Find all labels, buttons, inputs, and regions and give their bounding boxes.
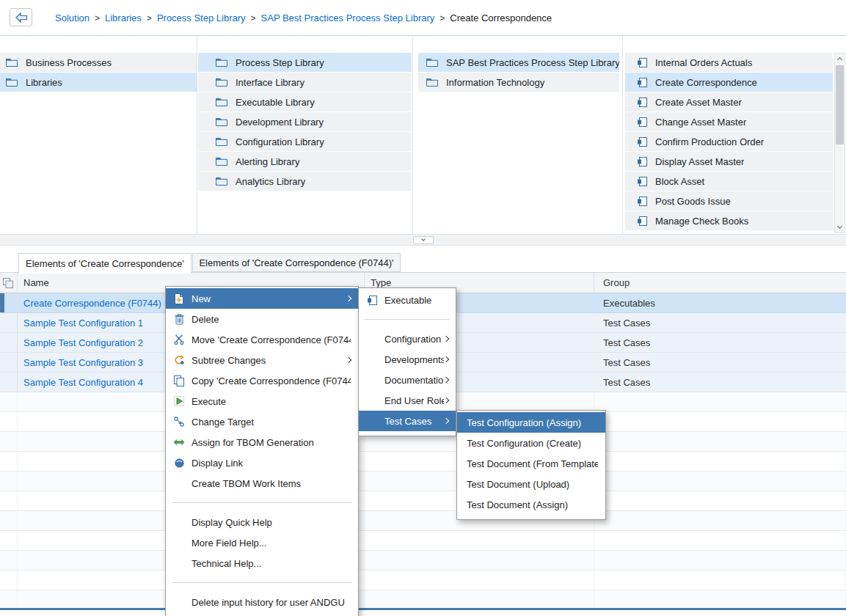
new-submenu: Executable Configuration Developments Do… bbox=[358, 287, 456, 436]
menu-item-label: Execute bbox=[192, 396, 351, 407]
submenu-item-documentation[interactable]: Documentation bbox=[359, 370, 456, 390]
submenu-item-test-document-assign[interactable]: Test Document (Assign) bbox=[457, 494, 605, 515]
empty-row bbox=[0, 571, 846, 590]
row-name-link[interactable]: Sample Test Configuration 2 bbox=[23, 337, 143, 348]
menu-item-delete-input-history[interactable]: Delete input history for user ANDGU bbox=[166, 592, 358, 612]
menu-item-label: End User Roles bbox=[384, 395, 444, 406]
submenu-item-configuration[interactable]: Configuration bbox=[359, 329, 456, 349]
breadcrumb-process-step-library[interactable]: Process Step Library bbox=[157, 12, 246, 23]
scrollbar-thumb[interactable] bbox=[836, 65, 844, 144]
scroll-down-button[interactable] bbox=[835, 221, 845, 232]
step-item-internal-orders-actuals[interactable]: Internal Orders Actuals bbox=[625, 53, 833, 73]
step-item-label: Create Correspondence bbox=[655, 77, 757, 88]
step-item-display-asset-master[interactable]: Display Asset Master bbox=[625, 152, 833, 172]
column-divider bbox=[622, 37, 623, 234]
menu-item-subtree-changes[interactable]: Subtree Changes bbox=[166, 350, 358, 370]
menu-item-label: Executable bbox=[384, 295, 448, 306]
menu-item-display-link[interactable]: Display Link bbox=[166, 452, 358, 473]
breadcrumb-libraries[interactable]: Libraries bbox=[105, 12, 142, 23]
step-item-label: Display Asset Master bbox=[655, 156, 744, 167]
scissors-icon bbox=[172, 334, 186, 345]
menu-item-label: Test Document (Assign) bbox=[467, 499, 598, 510]
menu-item-display-quick-help[interactable]: Display Quick Help bbox=[166, 512, 358, 532]
menu-item-change-target[interactable]: Change Target bbox=[166, 411, 358, 432]
row-selector[interactable] bbox=[0, 313, 18, 332]
menu-item-label: Configuration bbox=[384, 334, 444, 345]
tab-elements-of-create-correspondence[interactable]: Elements of 'Create Correspondence' bbox=[18, 253, 192, 274]
step-item-manage-check-books[interactable]: Manage Check Books bbox=[625, 211, 833, 231]
row-name-link[interactable]: Sample Test Configuration 1 bbox=[23, 318, 143, 329]
menu-item-label: Test Configuration (Create) bbox=[467, 438, 598, 449]
submenu-item-end-user-roles[interactable]: End User Roles bbox=[359, 390, 456, 411]
submenu-item-executable[interactable]: Executable bbox=[359, 290, 456, 310]
folder-icon bbox=[6, 58, 18, 67]
submenu-item-developments[interactable]: Developments bbox=[359, 349, 456, 370]
tree-item-information-technology[interactable]: Information Technology bbox=[418, 73, 619, 92]
row-name-link[interactable]: Sample Test Configuration 3 bbox=[23, 357, 143, 368]
copy-icon bbox=[172, 375, 186, 386]
back-arrow-icon bbox=[15, 12, 28, 23]
tree-item-interface-library[interactable]: Interface Library bbox=[198, 73, 412, 92]
subtree-changes-icon bbox=[172, 355, 186, 365]
tree-item-sap-best-practices[interactable]: SAP Best Practices Process Step Library bbox=[418, 53, 619, 73]
folder-icon bbox=[426, 58, 438, 67]
menu-item-label: Test Document (Upload) bbox=[467, 479, 598, 490]
menu-item-new[interactable]: New bbox=[166, 288, 358, 309]
executable-icon bbox=[638, 98, 647, 107]
breadcrumb-solution[interactable]: Solution bbox=[55, 12, 90, 23]
step-item-change-asset-master[interactable]: Change Asset Master bbox=[625, 112, 833, 132]
tab-elements-of-create-correspondence-f0744[interactable]: Elements of 'Create Correspondence (F074… bbox=[192, 253, 401, 272]
scroll-up-button[interactable] bbox=[835, 54, 845, 65]
step-item-label: Block Asset bbox=[655, 176, 704, 187]
menu-item-move[interactable]: Move 'Create Correspondence (F0744)' bbox=[166, 329, 358, 350]
folder-icon bbox=[216, 58, 227, 67]
row-selector[interactable] bbox=[0, 293, 18, 312]
tree-item-analytics-library[interactable]: Analytics Library bbox=[198, 172, 412, 191]
step-item-create-asset-master[interactable]: Create Asset Master bbox=[625, 92, 833, 112]
tree-item-business-processes[interactable]: Business Processes bbox=[0, 53, 197, 73]
menu-item-copy[interactable]: Copy 'Create Correspondence (F0744)' bbox=[166, 370, 358, 391]
row-name-link[interactable]: Sample Test Configuration 4 bbox=[23, 377, 143, 388]
menu-item-assign-for-tbom-generation[interactable]: Assign for TBOM Generation bbox=[166, 432, 358, 452]
breadcrumb-separator: > bbox=[95, 13, 100, 23]
row-selector[interactable] bbox=[0, 353, 18, 372]
menu-item-label: More Field Help... bbox=[192, 538, 351, 549]
submenu-item-test-cases[interactable]: Test Cases bbox=[359, 411, 456, 431]
menu-item-execute[interactable]: Execute bbox=[166, 391, 358, 411]
select-all-header[interactable] bbox=[0, 273, 18, 293]
menu-item-delete[interactable]: Delete bbox=[166, 309, 358, 329]
submenu-item-test-configuration-assign[interactable]: Test Configuration (Assign) bbox=[457, 412, 605, 433]
back-button[interactable] bbox=[10, 8, 32, 26]
menu-item-technical-help[interactable]: Technical Help... bbox=[166, 553, 358, 573]
scrollbar[interactable] bbox=[834, 53, 845, 233]
step-item-post-goods-issue[interactable]: Post Goods Issue bbox=[625, 191, 833, 211]
column-header-group[interactable]: Group bbox=[594, 273, 846, 293]
menu-item-label: Display Quick Help bbox=[192, 517, 351, 528]
submenu-item-test-configuration-create[interactable]: Test Configuration (Create) bbox=[457, 433, 605, 453]
menu-item-create-tbom-work-items[interactable]: Create TBOM Work Items bbox=[166, 473, 358, 494]
breadcrumb-sap-best-practices[interactable]: SAP Best Practices Process Step Library bbox=[261, 12, 435, 23]
step-item-confirm-production-order[interactable]: Confirm Production Order bbox=[625, 132, 833, 152]
tree-item-alerting-library[interactable]: Alerting Library bbox=[198, 152, 412, 172]
executable-icon bbox=[638, 216, 647, 226]
submenu-item-test-document-upload[interactable]: Test Document (Upload) bbox=[457, 474, 605, 494]
row-selector[interactable] bbox=[0, 373, 18, 392]
step-item-create-correspondence[interactable]: Create Correspondence bbox=[625, 73, 833, 92]
tree-item-configuration-library[interactable]: Configuration Library bbox=[198, 132, 412, 152]
executable-icon bbox=[638, 137, 647, 147]
tree-item-process-step-library[interactable]: Process Step Library bbox=[198, 53, 412, 73]
splitter-bar[interactable] bbox=[0, 234, 846, 246]
empty-row bbox=[0, 590, 846, 610]
submenu-item-test-document-from-template[interactable]: Test Document (From Template) bbox=[457, 453, 605, 474]
collapse-panel-button[interactable] bbox=[413, 236, 434, 244]
empty-row bbox=[0, 491, 846, 511]
tree-item-development-library[interactable]: Development Library bbox=[198, 112, 412, 132]
tab-label: Elements of 'Create Correspondence (F074… bbox=[199, 257, 393, 268]
step-item-block-asset[interactable]: Block Asset bbox=[625, 172, 833, 191]
tab-strip: Elements of 'Create Correspondence' Elem… bbox=[0, 253, 846, 273]
tree-item-libraries[interactable]: Libraries bbox=[0, 73, 197, 92]
row-selector[interactable] bbox=[0, 333, 18, 352]
menu-item-more-field-help[interactable]: More Field Help... bbox=[166, 532, 358, 553]
row-name-link[interactable]: Create Correspondence (F0744) bbox=[23, 298, 161, 309]
tree-item-executable-library[interactable]: Executable Library bbox=[198, 92, 412, 112]
